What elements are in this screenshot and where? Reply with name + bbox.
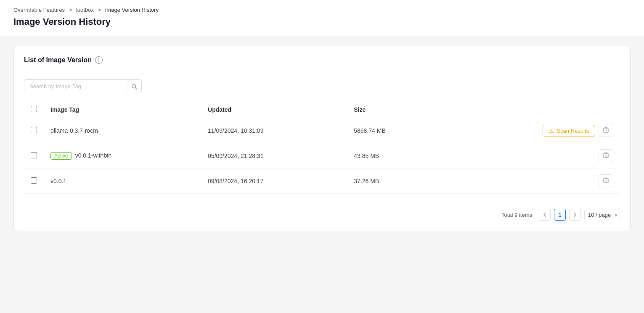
trash-icon [603, 127, 609, 133]
row-actions [443, 168, 620, 194]
svg-rect-14 [604, 179, 608, 183]
scan-results-label: Scan Results [557, 128, 589, 134]
scan-results-button[interactable]: ⚠Scan Results [543, 125, 595, 137]
image-tag-link[interactable]: ollama-0.3.7-rocm [50, 127, 98, 134]
row-actions [443, 143, 620, 168]
trash-icon [603, 177, 609, 183]
active-badge: Active [50, 152, 72, 160]
table-wrapper: Image Tag Updated Size ollama-0.3.7-rocm… [24, 102, 620, 194]
table-row: v0.0.109/08/2024, 16:20:1737.26 MB [24, 168, 620, 194]
image-tag-link[interactable]: v0.0.1-withbin [75, 152, 111, 159]
row-checkbox[interactable] [31, 127, 37, 133]
col-actions [443, 102, 620, 118]
table-row: Activev0.0.1-withbin05/09/2024, 21:28:31… [24, 143, 620, 168]
row-image-tag: Activev0.0.1-withbin [44, 143, 201, 168]
breadcrumb: Overridable Features > lootbox > Image V… [13, 7, 631, 13]
prev-page-button[interactable] [539, 209, 551, 221]
chevron-right-icon [573, 212, 577, 217]
row-size: 43.85 MB [347, 143, 443, 168]
row-size: 37.26 MB [347, 168, 443, 194]
col-checkbox [24, 102, 44, 118]
page-1-button[interactable]: 1 [554, 209, 566, 221]
next-page-button[interactable] [569, 209, 581, 221]
row-image-tag: ollama-0.3.7-rocm [44, 118, 201, 143]
row-checkbox[interactable] [31, 152, 37, 158]
row-size: 5868.74 MB [347, 118, 443, 143]
svg-line-1 [135, 87, 137, 89]
row-checkbox-cell [24, 118, 44, 143]
select-all-checkbox[interactable] [31, 106, 37, 112]
info-icon[interactable]: i [95, 56, 103, 64]
main-card: List of Image Version i [13, 46, 631, 231]
delete-button[interactable] [599, 124, 613, 137]
breadcrumb-current: Image Version History [105, 7, 159, 13]
image-version-table: Image Tag Updated Size ollama-0.3.7-rocm… [24, 102, 620, 194]
row-updated: 11/09/2024, 10:31:09 [201, 118, 347, 143]
search-area [24, 79, 620, 93]
row-actions: ⚠Scan Results [443, 118, 620, 143]
warning-icon: ⚠ [549, 128, 554, 134]
row-updated: 09/08/2024, 16:20:17 [201, 168, 347, 194]
row-checkbox-cell [24, 143, 44, 168]
table-header-row: Image Tag Updated Size [24, 102, 620, 118]
search-button[interactable] [127, 80, 141, 93]
col-updated: Updated [201, 102, 347, 118]
row-image-tag: v0.0.1 [44, 168, 201, 194]
page-header: Overridable Features > lootbox > Image V… [0, 0, 644, 36]
row-updated: 05/09/2024, 21:28:31 [201, 143, 347, 168]
image-tag-link[interactable]: v0.0.1 [50, 178, 66, 184]
row-checkbox-cell [24, 168, 44, 194]
search-input[interactable] [24, 80, 127, 93]
card-title: List of Image Version [24, 56, 92, 64]
table-row: ollama-0.3.7-rocm11/09/2024, 10:31:09586… [24, 118, 620, 143]
breadcrumb-sep-2: > [98, 7, 101, 13]
breadcrumb-lootbox[interactable]: lootbox [76, 7, 94, 13]
delete-button[interactable] [599, 149, 613, 162]
page-title: Image Version History [13, 16, 631, 27]
svg-rect-2 [604, 128, 608, 132]
main-content: List of Image Version i [0, 36, 644, 241]
total-items: Total 9 items [501, 212, 532, 218]
per-page-select[interactable]: 10 / page 20 / page 50 / page [584, 210, 620, 220]
col-size: Size [347, 102, 443, 118]
chevron-left-icon [543, 212, 546, 217]
delete-button[interactable] [599, 174, 613, 187]
breadcrumb-overridable[interactable]: Overridable Features [13, 7, 65, 13]
breadcrumb-sep-1: > [69, 7, 72, 13]
pagination: Total 9 items 1 10 / page 20 / page 50 /… [24, 202, 620, 221]
svg-rect-8 [604, 153, 608, 158]
trash-icon [603, 152, 609, 158]
card-header: List of Image Version i [24, 56, 620, 71]
search-icon [131, 84, 137, 89]
col-image-tag: Image Tag [44, 102, 201, 118]
per-page-wrapper: 10 / page 20 / page 50 / page [584, 210, 620, 220]
search-box [24, 79, 142, 93]
row-checkbox[interactable] [31, 177, 37, 184]
